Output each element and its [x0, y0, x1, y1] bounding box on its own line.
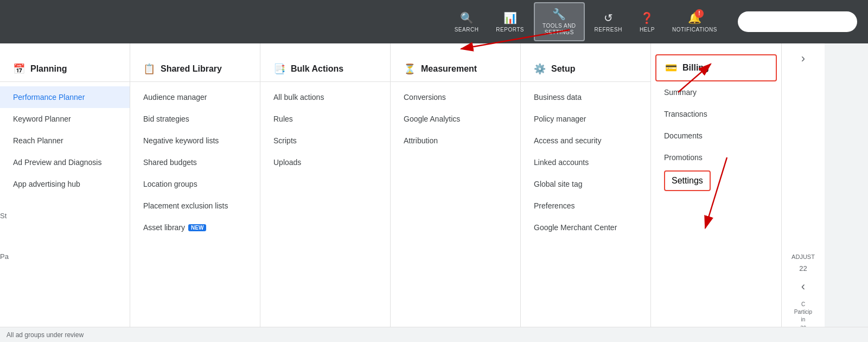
tools-toolbar-item[interactable]: 🔧 TOOLS ANDSETTINGS [534, 2, 585, 41]
setup-section: ⚙️ Setup Business data Policy manager Ac… [521, 43, 651, 337]
shared-budgets-item[interactable]: Shared budgets [130, 151, 260, 173]
scripts-item[interactable]: Scripts [260, 130, 390, 151]
notifications-icon: 🔔 ! [688, 11, 701, 24]
settings-item[interactable]: Settings [664, 170, 711, 191]
search-icon: 🔍 [460, 11, 474, 24]
help-icon: ❓ [640, 11, 654, 24]
billing-section: 💳 Billing Summary Transactions Documents… [651, 43, 781, 337]
adjust-label: ADJUST [792, 254, 815, 260]
planning-section: 📅 Planning Performance Planner Keyword P… [0, 43, 130, 337]
reports-icon: 📊 [503, 11, 517, 24]
placement-exclusion-item[interactable]: Placement exclusion lists [130, 195, 260, 217]
billing-header: 💳 Billing [655, 54, 777, 81]
uploads-item[interactable]: Uploads [260, 151, 390, 173]
google-merchant-center-item[interactable]: Google Merchant Center [521, 217, 650, 238]
bulk-actions-section: 📑 Bulk Actions All bulk actions Rules Sc… [260, 43, 391, 337]
reach-planner-item[interactable]: Reach Planner [0, 130, 130, 151]
collapse-button[interactable]: ‹ [790, 277, 817, 296]
status-text: All ad groups under review [7, 331, 84, 339]
summary-item[interactable]: Summary [651, 81, 781, 103]
asset-library-item[interactable]: Asset library NEW [130, 217, 260, 238]
status-bar: All ad groups under review [0, 327, 868, 342]
global-site-tag-item[interactable]: Global site tag [521, 173, 650, 195]
performance-planner-item[interactable]: Performance Planner [0, 86, 130, 108]
google-analytics-item[interactable]: Google Analytics [391, 108, 520, 130]
location-groups-item[interactable]: Location groups [130, 173, 260, 195]
toolbar: 🔍 SEARCH 📊 REPORTS 🔧 TOOLS ANDSETTINGS ↺… [0, 0, 868, 43]
search-toolbar-item[interactable]: 🔍 SEARCH [447, 7, 487, 37]
business-data-item[interactable]: Business data [521, 86, 650, 108]
refresh-icon: ↺ [604, 11, 613, 24]
setup-header: ⚙️ Setup [521, 54, 650, 82]
help-label: HELP [640, 27, 655, 33]
tools-icon: 🔧 [552, 8, 566, 21]
all-bulk-actions-item[interactable]: All bulk actions [260, 86, 390, 108]
bulk-actions-icon: 📑 [273, 63, 285, 75]
billing-icon: 💳 [665, 62, 677, 74]
rules-item[interactable]: Rules [260, 108, 390, 130]
documents-item[interactable]: Documents [651, 125, 781, 147]
attribution-item[interactable]: Attribution [391, 130, 520, 151]
negative-keyword-item[interactable]: Negative keyword lists [130, 130, 260, 151]
measurement-icon: ⏳ [404, 63, 416, 75]
tools-label: TOOLS ANDSETTINGS [542, 23, 576, 36]
bid-strategies-item[interactable]: Bid strategies [130, 108, 260, 130]
shared-library-icon: 📋 [143, 63, 155, 75]
access-security-item[interactable]: Access and security [521, 130, 650, 151]
shared-library-section: 📋 Shared Library Audience manager Bid st… [130, 43, 260, 337]
page-number: 22 [799, 264, 807, 273]
new-badge: NEW [188, 224, 206, 231]
planning-header: 📅 Planning [0, 54, 130, 82]
bulk-actions-header: 📑 Bulk Actions [260, 54, 390, 82]
app-advertising-item[interactable]: App advertising hub [0, 173, 130, 195]
policy-manager-item[interactable]: Policy manager [521, 108, 650, 130]
reports-toolbar-item[interactable]: 📊 REPORTS [488, 7, 532, 37]
refresh-label: REFRESH [595, 27, 622, 33]
audience-manager-item[interactable]: Audience manager [130, 86, 260, 108]
measurement-header: ⏳ Measurement [391, 54, 520, 82]
promotions-item[interactable]: Promotions [651, 147, 781, 168]
help-toolbar-item[interactable]: ❓ HELP [632, 7, 662, 37]
reports-label: REPORTS [496, 27, 524, 33]
planning-icon: 📅 [13, 63, 25, 75]
ad-preview-item[interactable]: Ad Preview and Diagnosis [0, 151, 130, 173]
notifications-label: NOTIFICATIONS [672, 27, 717, 33]
keyword-planner-item[interactable]: Keyword Planner [0, 108, 130, 130]
search-label: SEARCH [455, 27, 479, 33]
search-box[interactable] [738, 11, 857, 32]
left-partial-text: St Pa [0, 212, 16, 261]
preferences-item[interactable]: Preferences [521, 195, 650, 217]
scroll-right-button[interactable]: › [790, 49, 817, 68]
linked-accounts-item[interactable]: Linked accounts [521, 151, 650, 173]
notifications-toolbar-item[interactable]: 🔔 ! NOTIFICATIONS [665, 7, 725, 37]
setup-icon: ⚙️ [534, 63, 546, 75]
shared-library-header: 📋 Shared Library [130, 54, 260, 82]
refresh-toolbar-item[interactable]: ↺ REFRESH [587, 7, 630, 37]
measurement-section: ⏳ Measurement Conversions Google Analyti… [391, 43, 521, 337]
conversions-item[interactable]: Conversions [391, 86, 520, 108]
notification-badge-count: ! [695, 9, 704, 18]
toolbar-items: 🔍 SEARCH 📊 REPORTS 🔧 TOOLS ANDSETTINGS ↺… [447, 2, 857, 41]
transactions-item[interactable]: Transactions [651, 103, 781, 125]
